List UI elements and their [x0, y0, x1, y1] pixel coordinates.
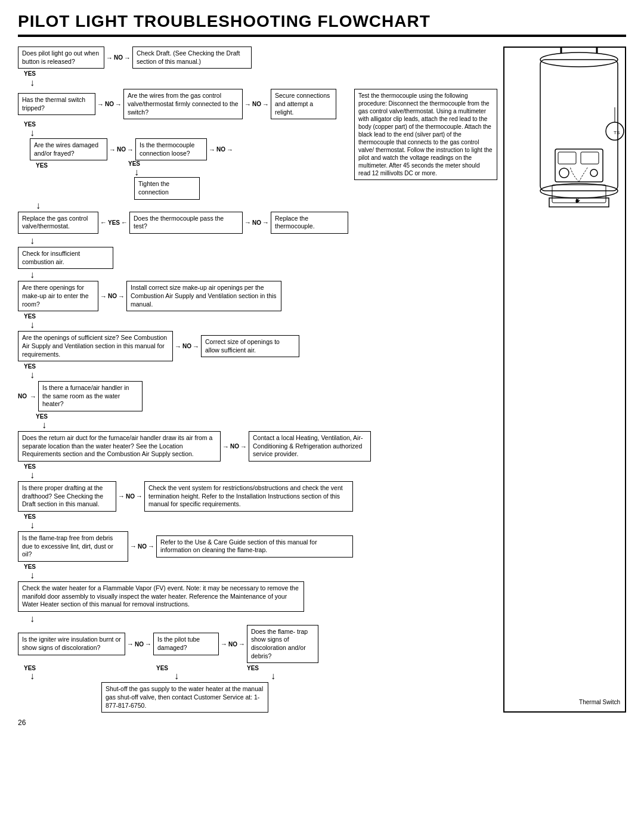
label-yes-7: YES [24, 363, 36, 370]
svg-rect-0 [540, 60, 618, 191]
arrow-down-10: ↓ [30, 470, 497, 480]
label-yes-2: YES [24, 121, 36, 128]
arrow-yes-pass: ←YES← [98, 219, 129, 226]
arrow-down-5: ↓ [30, 236, 497, 246]
arrow-no-7: →NO→ [173, 343, 201, 350]
box-wires-damaged: Are the wires damaged and/or frayed? [30, 138, 107, 160]
arrow-no-13: →NO→ [125, 640, 153, 648]
label-yes-8: YES [36, 413, 48, 420]
arrow-down-7: ↓ [30, 320, 497, 330]
arrow-down-14c: ↓ [271, 671, 275, 681]
label-no-8-left: NO [18, 393, 27, 400]
arrow-down-12: ↓ [30, 571, 497, 580]
diagram-label: Thermal Switch [579, 699, 620, 705]
box-thermocouple-instructions: Test the thermocouple using the followin… [354, 89, 497, 180]
box-igniter-wire: Is the igniter wire insulation burnt or … [18, 633, 125, 655]
arrow-no-8: → [28, 393, 38, 400]
svg-point-13 [559, 168, 569, 178]
arrow-no-10: →NO→ [116, 493, 144, 500]
arrow-no-6: →NO→ [98, 293, 126, 300]
svg-rect-6 [581, 152, 599, 164]
page-title: PILOT LIGHT TROUBLESHOOTING FLOWCHART [18, 12, 626, 37]
box-correct-size: Correct size of openings to allow suffic… [201, 335, 299, 357]
svg-point-14 [590, 169, 597, 176]
label-yes-1: YES [24, 70, 36, 77]
arrow-no-4: →NO→ [207, 146, 235, 153]
box-sufficient-size: Are the openings of sufficient size? See… [18, 331, 173, 361]
box-check-vent: Check the vent system for restrictions/o… [144, 481, 353, 512]
arrow-no-11: →NO→ [128, 543, 156, 550]
arrow-down-13: ↓ [30, 614, 497, 624]
box-check-draft: Check Draft. (See Checking the Draft sec… [132, 47, 252, 69]
svg-text:TS: TS [614, 130, 620, 135]
box-furnace-handler: Is there a furnace/air handler in the sa… [38, 381, 143, 411]
label-yes-9: YES [24, 463, 36, 470]
svg-rect-5 [558, 152, 576, 164]
label-yes-11: YES [24, 563, 36, 570]
arrow-down-14b: ↓ [174, 671, 246, 681]
box-insufficient-air: Check for insufficient combustion air. [18, 247, 113, 269]
arrow-down-9: ↓ [42, 420, 497, 430]
box-thermal-switch: Has the thermal switch tripped? [18, 93, 95, 115]
box-thermocouple-loose: Is the thermocouple connection loose? [135, 138, 207, 160]
arrow-down-11: ↓ [30, 521, 497, 530]
box-replace-thermo: Replace the thermocouple. [271, 212, 348, 234]
arrow-no-9: →NO→ [221, 443, 249, 450]
box-fv-event: Check the water heater for a Flammable V… [18, 581, 304, 612]
arrow-down-14a: ↓ [30, 671, 143, 681]
arrow-down-4: ↓ [134, 168, 348, 177]
arrow-no-2: →NO→ [95, 101, 123, 108]
box-pass-test: Does the thermocouple pass the test? [129, 212, 243, 234]
label-yes-15: YES [247, 665, 259, 671]
label-yes-14: YES [156, 665, 168, 671]
box-secure-connections: Secure connections and attempt a relight… [271, 89, 336, 119]
box-pilot-light-out: Does pilot light go out when button is r… [18, 47, 104, 69]
label-yes-4: YES [128, 160, 140, 167]
label-yes-6: YES [24, 313, 36, 320]
page-number: 26 [18, 719, 626, 727]
box-flame-trap-free: Is the flame-trap free from debris due t… [18, 531, 128, 562]
box-contact-hvac: Contact a local Heating, Ventilation, Ai… [249, 431, 371, 462]
label-yes-10: YES [24, 513, 36, 520]
box-wires-connected: Are the wires from the gas control valve… [123, 89, 243, 119]
arrow-no-14: →NO→ [219, 640, 247, 648]
box-return-air-duct: Does the return air duct for the furnace… [18, 431, 221, 462]
arrow-no-3: →NO→ [107, 146, 135, 153]
arrow-down-6: ↓ [30, 270, 497, 280]
box-flame-trap-debris: Does the flame- trap show signs of disco… [247, 625, 318, 664]
arrow-no-pass: →NO→ [243, 219, 271, 226]
box-tighten: Tighten the connection [134, 177, 200, 199]
box-shutdown: Shut-off the gas supply to the water hea… [101, 682, 268, 713]
svg-rect-9 [552, 185, 606, 203]
box-openings-makeup: Are there openings for make-up air to en… [18, 281, 98, 311]
box-proper-drafting: Is there proper drafting at the drafthoo… [18, 481, 116, 512]
box-clean-flame-trap: Refer to the Use & Care Guide section of… [156, 535, 353, 558]
arrow-no-1: →NO→ [104, 54, 132, 61]
diagram-image: TS Thermal Switch [503, 47, 626, 713]
arrow-down-8: ↓ [30, 370, 497, 380]
label-yes-3: YES [36, 162, 48, 169]
box-install-openings: Install correct size make-up air opening… [126, 281, 281, 311]
arrow-no-2b: →NO→ [243, 101, 271, 108]
arrow-down-3: ↓ [36, 201, 348, 210]
box-replace-gas: Replace the gas control valve/thermostat… [18, 212, 98, 234]
arrow-down-1: ↓ [30, 78, 497, 88]
box-pilot-tube: Is the pilot tube damaged? [153, 633, 219, 655]
arrow-down-2: ↓ [30, 128, 348, 138]
